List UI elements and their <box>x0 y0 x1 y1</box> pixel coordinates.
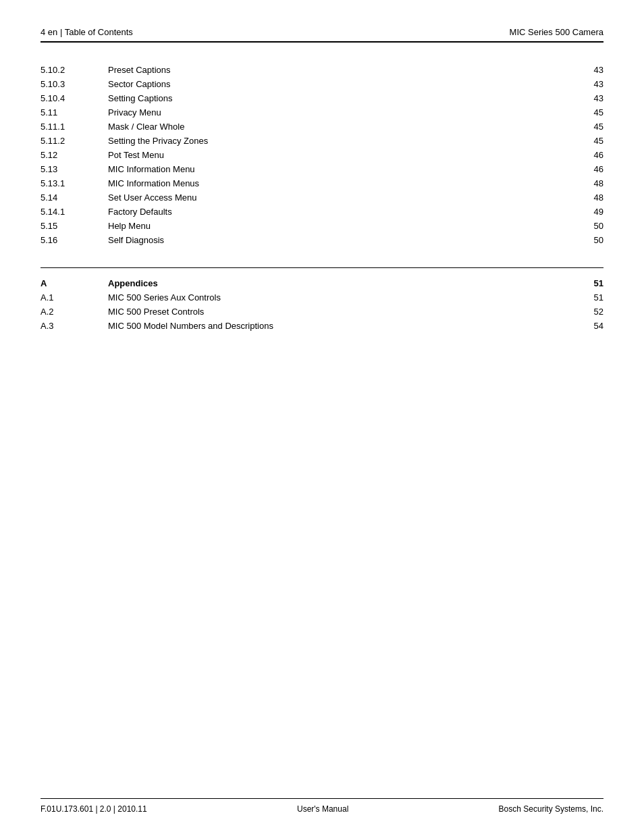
toc-title: Self Diagnosis <box>108 233 563 247</box>
toc-page: 49 <box>563 205 603 219</box>
toc-row: 5.10.2 Preset Captions 43 <box>41 63 603 77</box>
toc-number: 5.13.1 <box>41 176 108 190</box>
footer-left: F.01U.173.601 | 2.0 | 2010.11 <box>41 804 147 814</box>
appendix-title: MIC 500 Model Numbers and Descriptions <box>108 319 563 333</box>
header-right: MIC Series 500 Camera <box>510 27 603 37</box>
toc-page: 48 <box>563 190 603 205</box>
toc-number: 5.10.4 <box>41 91 108 105</box>
toc-title: Setting Captions <box>108 91 563 105</box>
toc-title: Sector Captions <box>108 77 563 91</box>
appendix-header-title: Appendices <box>108 276 563 290</box>
footer-right: Bosch Security Systems, Inc. <box>499 804 603 814</box>
toc-row: 5.10.4 Setting Captions 43 <box>41 91 603 105</box>
page-container: 4 en | Table of Contents MIC Series 500 … <box>0 0 644 834</box>
toc-page: 45 <box>563 120 603 134</box>
toc-page: 43 <box>563 91 603 105</box>
toc-number: 5.10.2 <box>41 63 108 77</box>
toc-number: 5.14.1 <box>41 205 108 219</box>
header-left: 4 en | Table of Contents <box>41 27 133 37</box>
toc-number: 5.11.2 <box>41 134 108 148</box>
toc-title: Setting the Privacy Zones <box>108 134 563 148</box>
toc-row: 5.14 Set User Access Menu 48 <box>41 190 603 205</box>
toc-row: 5.16 Self Diagnosis 50 <box>41 233 603 247</box>
toc-number: 5.12 <box>41 148 108 162</box>
toc-row: 5.13.1 MIC Information Menus 48 <box>41 176 603 190</box>
toc-page: 46 <box>563 162 603 176</box>
appendix-table: A Appendices 51 A.1 MIC 500 Series Aux C… <box>41 276 603 333</box>
footer-center: User's Manual <box>297 804 348 814</box>
toc-page: 45 <box>563 105 603 120</box>
toc-number: 5.11.1 <box>41 120 108 134</box>
appendix-row: A.3 MIC 500 Model Numbers and Descriptio… <box>41 319 603 333</box>
toc-page: 45 <box>563 134 603 148</box>
toc-row: 5.14.1 Factory Defaults 49 <box>41 205 603 219</box>
toc-row: 5.15 Help Menu 50 <box>41 219 603 233</box>
toc-page: 46 <box>563 148 603 162</box>
toc-title: Pot Test Menu <box>108 148 563 162</box>
toc-title: Set User Access Menu <box>108 190 563 205</box>
toc-page: 48 <box>563 176 603 190</box>
page-header: 4 en | Table of Contents MIC Series 500 … <box>41 27 603 43</box>
appendix-header-number: A <box>41 276 108 290</box>
toc-row: 5.11.2 Setting the Privacy Zones 45 <box>41 134 603 148</box>
toc-table: 5.10.2 Preset Captions 43 5.10.3 Sector … <box>41 63 603 247</box>
toc-title: Help Menu <box>108 219 563 233</box>
toc-number: 5.15 <box>41 219 108 233</box>
toc-number: 5.14 <box>41 190 108 205</box>
appendix-header-page: 51 <box>563 276 603 290</box>
appendix-page: 54 <box>563 319 603 333</box>
toc-title: MIC Information Menus <box>108 176 563 190</box>
appendix-page: 52 <box>563 305 603 319</box>
appendix-number: A.1 <box>41 290 108 305</box>
toc-page: 43 <box>563 63 603 77</box>
toc-title: Preset Captions <box>108 63 563 77</box>
appendix-title: MIC 500 Preset Controls <box>108 305 563 319</box>
toc-row: 5.11 Privacy Menu 45 <box>41 105 603 120</box>
toc-row: 5.11.1 Mask / Clear Whole 45 <box>41 120 603 134</box>
appendix-number: A.3 <box>41 319 108 333</box>
toc-page: 43 <box>563 77 603 91</box>
appendix-row: A.2 MIC 500 Preset Controls 52 <box>41 305 603 319</box>
toc-number: 5.11 <box>41 105 108 120</box>
toc-title: MIC Information Menu <box>108 162 563 176</box>
appendix-row: A.1 MIC 500 Series Aux Controls 51 <box>41 290 603 305</box>
appendix-number: A.2 <box>41 305 108 319</box>
page-footer: F.01U.173.601 | 2.0 | 2010.11 User's Man… <box>41 798 603 814</box>
section-divider <box>41 267 603 268</box>
toc-row: 5.12 Pot Test Menu 46 <box>41 148 603 162</box>
toc-number: 5.10.3 <box>41 77 108 91</box>
toc-page: 50 <box>563 219 603 233</box>
toc-title: Privacy Menu <box>108 105 563 120</box>
toc-title: Mask / Clear Whole <box>108 120 563 134</box>
appendix-page: 51 <box>563 290 603 305</box>
toc-row: 5.13 MIC Information Menu 46 <box>41 162 603 176</box>
appendix-header-row: A Appendices 51 <box>41 276 603 290</box>
toc-number: 5.13 <box>41 162 108 176</box>
appendix-title: MIC 500 Series Aux Controls <box>108 290 563 305</box>
toc-page: 50 <box>563 233 603 247</box>
toc-title: Factory Defaults <box>108 205 563 219</box>
toc-number: 5.16 <box>41 233 108 247</box>
toc-row: 5.10.3 Sector Captions 43 <box>41 77 603 91</box>
